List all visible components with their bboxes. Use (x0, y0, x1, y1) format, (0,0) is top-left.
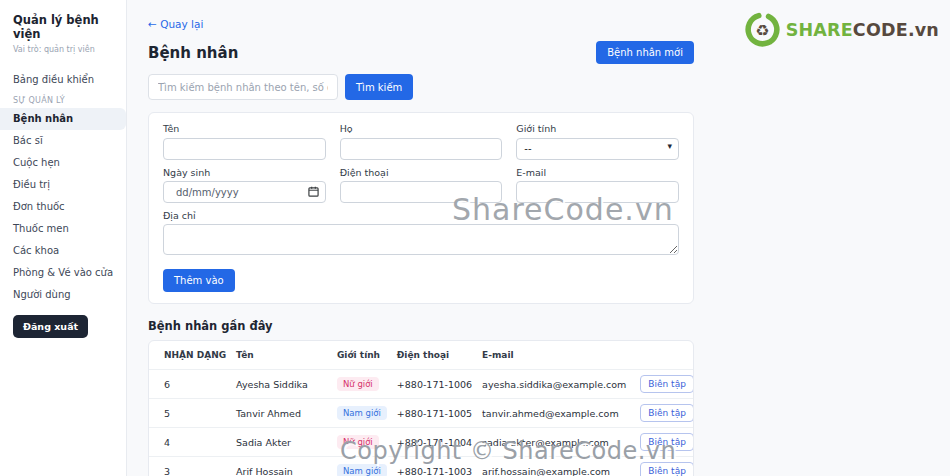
dob-label: Ngày sinh (163, 167, 326, 178)
page-title: Bệnh nhân (148, 44, 238, 62)
dob-field[interactable] (163, 181, 326, 203)
address-label: Địa chỉ (163, 210, 679, 221)
back-link-label: Quay lại (160, 18, 203, 30)
sidebar-item-patients[interactable]: Bệnh nhân (0, 108, 126, 130)
column-header-email: E-mail (477, 341, 631, 370)
table-row: 5 Tanvir Ahmed Nam giới +880-171-1005 ta… (149, 399, 694, 428)
sidebar-item-rooms-admissions[interactable]: Phòng & Vé vào cửa (0, 262, 126, 284)
edit-button[interactable]: Biên tập (640, 462, 694, 476)
recent-patients-title: Bệnh nhân gần đây (148, 319, 694, 333)
gender-select[interactable]: -- (516, 138, 679, 160)
table-row: 6 Ayesha Siddika Nữ giới +880-171-1006 a… (149, 370, 694, 399)
patient-name: Sadia Akter (231, 428, 332, 457)
first-name-label: Tên (163, 123, 326, 134)
gender-badge: Nữ giới (337, 377, 379, 391)
search-bar: Tìm kiếm (148, 74, 694, 100)
new-patient-button[interactable]: Bệnh nhân mới (596, 41, 694, 64)
sharecode-logo: ♻ SHARECODE.vn (744, 11, 939, 48)
user-role: Vai trò: quản trị viên (0, 42, 126, 54)
column-header-id: NHẬN DẠNG (149, 341, 231, 370)
sidebar-item-users[interactable]: Người dùng (0, 284, 126, 306)
last-name-field[interactable] (340, 138, 503, 160)
logout-button[interactable]: Đăng xuất (13, 315, 88, 338)
back-link[interactable]: ← Quay lại (148, 18, 203, 30)
patient-email: arif.hossain@example.com (477, 457, 631, 476)
first-name-field[interactable] (163, 138, 326, 160)
last-name-label: Họ (340, 123, 503, 134)
patient-id: 5 (149, 399, 231, 428)
column-header-actions: Hành động (631, 341, 694, 370)
patient-name: Tanvir Ahmed (231, 399, 332, 428)
search-button[interactable]: Tìm kiếm (345, 74, 413, 100)
patient-phone: +880-171-1003 (392, 457, 477, 476)
patient-id: 4 (149, 428, 231, 457)
recycle-icon: ♻ (744, 11, 781, 48)
sidebar-section-label: SỰ QUẢN LÝ (0, 91, 126, 108)
sidebar-item-appointments[interactable]: Cuộc hẹn (0, 152, 126, 174)
patient-email: sadia.akter@example.com (477, 428, 631, 457)
patient-phone: +880-171-1004 (392, 428, 477, 457)
patient-id: 6 (149, 370, 231, 399)
add-patient-button[interactable]: Thêm vào (163, 269, 235, 292)
edit-button[interactable]: Biên tập (640, 375, 694, 393)
sidebar-item-doctors[interactable]: Bác sĩ (0, 130, 126, 152)
add-patient-form: Tên Họ Giới tính -- ▾ (148, 112, 694, 304)
sidebar-item-departments[interactable]: Các khoa (0, 240, 126, 262)
table-row: 4 Sadia Akter Nữ giới +880-171-1004 sadi… (149, 428, 694, 457)
column-header-name: Tên (231, 341, 332, 370)
back-arrow-icon: ← (148, 18, 157, 30)
sidebar-item-treatments[interactable]: Điều trị (0, 174, 126, 196)
logo-text: SHARECODE.vn (786, 20, 939, 40)
column-header-phone: Điện thoại (392, 341, 477, 370)
email-label: E-mail (516, 167, 679, 178)
calendar-icon[interactable] (308, 186, 319, 197)
patient-phone: +880-171-1006 (392, 370, 477, 399)
sidebar-item-medicines[interactable]: Thuốc men (0, 218, 126, 240)
phone-label: Điện thoại (340, 167, 503, 178)
sidebar-item-prescriptions[interactable]: Đơn thuốc (0, 196, 126, 218)
table-row: 3 Arif Hossain Nam giới +880-171-1003 ar… (149, 457, 694, 476)
phone-field[interactable] (340, 181, 503, 203)
edit-button[interactable]: Biên tập (640, 404, 694, 422)
patient-phone: +880-171-1005 (392, 399, 477, 428)
patient-name: Arif Hossain (231, 457, 332, 476)
sidebar-nav: Bảng điều khiển SỰ QUẢN LÝ Bệnh nhân Bác… (0, 69, 126, 306)
patient-id: 3 (149, 457, 231, 476)
sidebar-item-dashboard[interactable]: Bảng điều khiển (0, 69, 126, 91)
patient-email: tanvir.ahmed@example.com (477, 399, 631, 428)
logo-tld: .vn (908, 20, 939, 40)
email-field[interactable] (516, 181, 679, 203)
app-title: Quản lý bệnh viện (0, 13, 126, 42)
edit-button[interactable]: Biên tập (640, 433, 694, 451)
svg-text:♻: ♻ (755, 21, 769, 40)
gender-badge: Nam giới (337, 406, 387, 420)
logo-code: CODE (853, 20, 908, 40)
recent-patients-table: NHẬN DẠNG Tên Giới tính Điện thoại E-mai… (148, 340, 694, 476)
main-content: ← Quay lại Bệnh nhân Bệnh nhân mới Tìm k… (127, 0, 950, 476)
column-header-gender: Giới tính (332, 341, 392, 370)
address-field[interactable] (163, 224, 679, 255)
gender-label: Giới tính (516, 123, 679, 134)
search-input[interactable] (148, 74, 338, 100)
logo-share: SHARE (786, 20, 853, 40)
patient-email: ayesha.siddika@example.com (477, 370, 631, 399)
sidebar: Quản lý bệnh viện Vai trò: quản trị viên… (0, 0, 127, 476)
gender-badge: Nữ giới (337, 435, 379, 449)
gender-badge: Nam giới (337, 464, 387, 476)
patient-name: Ayesha Siddika (231, 370, 332, 399)
table-header-row: NHẬN DẠNG Tên Giới tính Điện thoại E-mai… (149, 341, 694, 370)
